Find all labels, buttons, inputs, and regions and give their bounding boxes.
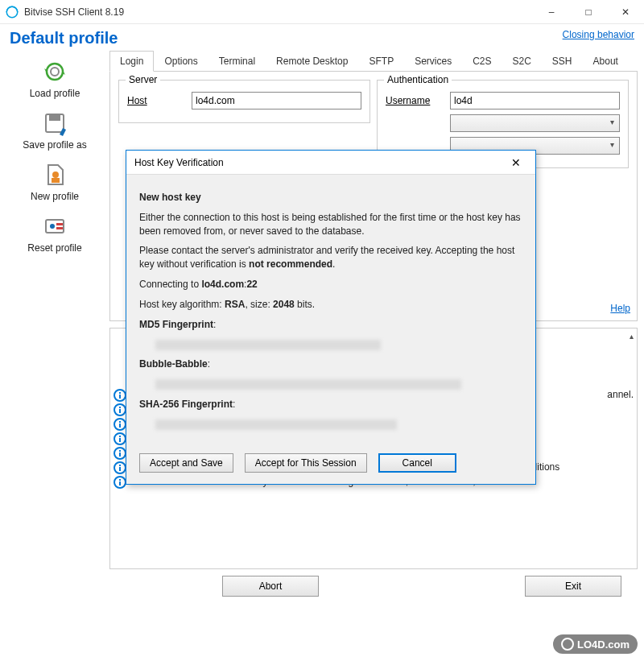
info-icon bbox=[114, 418, 126, 431]
svg-point-1 bbox=[47, 64, 63, 80]
username-label: Username bbox=[386, 95, 442, 106]
save-profile-icon bbox=[40, 109, 69, 138]
host-input[interactable] bbox=[192, 92, 361, 110]
abort-button[interactable]: Abort bbox=[222, 576, 319, 597]
dialog-close-button[interactable]: ✕ bbox=[505, 156, 527, 169]
dialog-connecting: Connecting to lo4d.com:22 bbox=[139, 278, 522, 291]
accept-save-button[interactable]: Accept and Save bbox=[139, 453, 233, 473]
info-icon bbox=[114, 447, 126, 460]
svg-point-5 bbox=[52, 171, 59, 178]
svg-rect-9 bbox=[56, 223, 63, 225]
tab-sftp[interactable]: SFTP bbox=[358, 51, 404, 72]
info-icon bbox=[114, 461, 126, 474]
exit-button[interactable]: Exit bbox=[525, 576, 621, 597]
load-profile-icon bbox=[40, 57, 69, 86]
dialog-titlebar: Host Key Verification ✕ bbox=[126, 151, 535, 175]
app-icon bbox=[5, 5, 19, 19]
info-icon bbox=[114, 389, 126, 402]
info-icon bbox=[114, 476, 126, 489]
sidebar-item-reset-profile[interactable]: Reset profile bbox=[6, 209, 103, 260]
tab-c2s[interactable]: C2S bbox=[462, 51, 502, 72]
sidebar-item-label: Load profile bbox=[30, 88, 80, 99]
scroll-up-icon[interactable]: ▴ bbox=[630, 332, 634, 341]
dialog-p2: Please contact the server's administrato… bbox=[139, 244, 522, 271]
svg-rect-19 bbox=[119, 421, 121, 423]
auth-legend: Authentication bbox=[384, 74, 452, 85]
auth-combo-1[interactable] bbox=[450, 114, 620, 132]
dialog-title: Host Key Verification bbox=[134, 157, 505, 168]
accept-session-button[interactable]: Accept for This Session bbox=[245, 453, 367, 473]
sidebar: Load profile Save profile as New profile… bbox=[6, 51, 103, 603]
globe-icon bbox=[561, 638, 574, 651]
tab-login[interactable]: Login bbox=[109, 51, 154, 72]
watermark: LO4D.com bbox=[553, 634, 638, 654]
titlebar: Bitvise SSH Client 8.19 – □ ✕ bbox=[0, 0, 644, 24]
svg-rect-18 bbox=[119, 424, 121, 428]
window-title: Bitvise SSH Client 8.19 bbox=[24, 6, 533, 18]
tab-options[interactable]: Options bbox=[154, 51, 208, 72]
sidebar-item-new-profile[interactable]: New profile bbox=[6, 157, 103, 209]
dialog-bubble-label: Bubble-Babble: bbox=[139, 357, 522, 371]
server-fieldset: Server Host bbox=[118, 80, 370, 123]
minimize-button[interactable]: – bbox=[533, 0, 570, 24]
cancel-button[interactable]: Cancel bbox=[378, 453, 456, 473]
svg-rect-10 bbox=[56, 227, 63, 229]
dialog-algo: Host key algorithm: RSA, size: 2048 bits… bbox=[139, 298, 522, 312]
sidebar-item-load-profile[interactable]: Load profile bbox=[6, 54, 103, 105]
host-label: Host bbox=[127, 95, 184, 106]
reset-profile-icon bbox=[40, 212, 69, 241]
sidebar-item-label: Save profile as bbox=[23, 139, 86, 151]
tab-about[interactable]: About bbox=[583, 51, 629, 72]
dialog-sha-label: SHA-256 Fingerprint: bbox=[139, 398, 522, 411]
svg-rect-15 bbox=[119, 409, 121, 413]
dialog-heading: New host key bbox=[139, 191, 522, 205]
closing-behavior-link[interactable]: Closing behavior bbox=[563, 29, 634, 40]
svg-point-8 bbox=[50, 224, 55, 229]
dialog-sha-value bbox=[139, 418, 522, 432]
tab-s2c[interactable]: S2C bbox=[502, 51, 542, 72]
dialog-bubble-value bbox=[139, 378, 522, 391]
svg-rect-27 bbox=[119, 467, 121, 471]
svg-rect-6 bbox=[52, 178, 60, 183]
svg-rect-22 bbox=[119, 436, 121, 437]
svg-rect-13 bbox=[119, 392, 121, 394]
svg-rect-4 bbox=[49, 115, 60, 121]
help-link[interactable]: Help bbox=[610, 303, 630, 314]
maximize-button[interactable]: □ bbox=[570, 0, 607, 24]
watermark-text: LO4D.com bbox=[577, 638, 630, 651]
dialog-md5-value bbox=[139, 337, 522, 351]
svg-rect-12 bbox=[119, 395, 121, 399]
info-icon bbox=[114, 432, 126, 445]
svg-point-2 bbox=[51, 68, 59, 76]
bottom-bar: Abort Exit bbox=[109, 569, 638, 603]
sidebar-item-label: Reset profile bbox=[27, 242, 81, 254]
server-legend: Server bbox=[126, 74, 160, 85]
host-key-dialog: Host Key Verification ✕ New host key Eit… bbox=[126, 150, 536, 485]
sidebar-item-label: New profile bbox=[31, 191, 79, 202]
tab-ssh[interactable]: SSH bbox=[542, 51, 583, 72]
tab-remote-desktop[interactable]: Remote Desktop bbox=[266, 51, 358, 72]
dialog-md5-label: MD5 Fingerprint: bbox=[139, 318, 522, 332]
info-icon bbox=[114, 403, 126, 416]
svg-rect-24 bbox=[119, 452, 121, 457]
username-input[interactable] bbox=[450, 92, 620, 110]
close-button[interactable]: ✕ bbox=[607, 0, 644, 24]
new-profile-icon bbox=[40, 160, 69, 189]
svg-rect-28 bbox=[119, 465, 121, 466]
dialog-p1: Either the connection to this host is be… bbox=[139, 211, 522, 238]
tabs: Login Options Terminal Remote Desktop SF… bbox=[109, 51, 638, 72]
profile-name: Default profile bbox=[10, 29, 118, 48]
svg-rect-25 bbox=[119, 450, 121, 452]
svg-rect-16 bbox=[119, 407, 121, 408]
svg-rect-31 bbox=[119, 479, 121, 481]
svg-rect-21 bbox=[119, 438, 121, 442]
tab-terminal[interactable]: Terminal bbox=[208, 51, 266, 72]
sidebar-item-save-profile-as[interactable]: Save profile as bbox=[6, 105, 103, 157]
header: Default profile Closing behavior bbox=[0, 24, 644, 51]
svg-rect-30 bbox=[119, 481, 121, 486]
tab-services[interactable]: Services bbox=[404, 51, 462, 72]
